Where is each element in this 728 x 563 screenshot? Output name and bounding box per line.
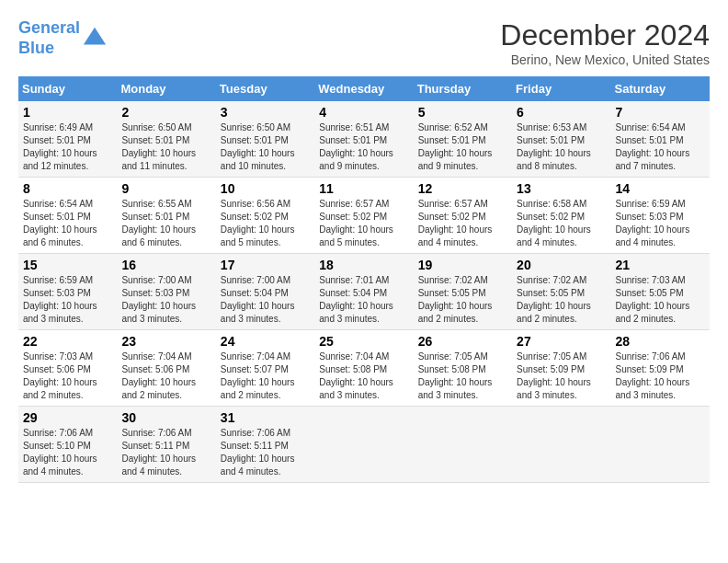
calendar-cell: 12Sunrise: 6:57 AM Sunset: 5:02 PM Dayli…	[414, 178, 512, 254]
day-info: Sunrise: 7:00 AM Sunset: 5:03 PM Dayligh…	[121, 274, 210, 326]
day-number: 12	[418, 181, 507, 196]
day-info: Sunrise: 7:06 AM Sunset: 5:09 PM Dayligh…	[616, 350, 705, 402]
calendar-cell: 21Sunrise: 7:03 AM Sunset: 5:05 PM Dayli…	[611, 254, 710, 330]
calendar-cell: 30Sunrise: 7:06 AM Sunset: 5:11 PM Dayli…	[117, 407, 215, 483]
day-number: 16	[121, 258, 210, 272]
title-block: December 2024 Berino, New Mexico, United…	[500, 18, 710, 67]
day-number: 3	[221, 105, 310, 120]
calendar-cell: 1Sunrise: 6:49 AM Sunset: 5:01 PM Daylig…	[18, 101, 117, 178]
day-info: Sunrise: 6:53 AM Sunset: 5:01 PM Dayligh…	[517, 121, 606, 173]
day-number: 9	[121, 181, 210, 196]
day-number: 31	[221, 410, 310, 425]
calendar-cell: 26Sunrise: 7:05 AM Sunset: 5:08 PM Dayli…	[414, 330, 512, 407]
day-info: Sunrise: 7:03 AM Sunset: 5:06 PM Dayligh…	[23, 350, 112, 402]
calendar-week-row: 8Sunrise: 6:54 AM Sunset: 5:01 PM Daylig…	[18, 178, 710, 254]
day-number: 29	[23, 410, 112, 425]
calendar-cell: 31Sunrise: 7:06 AM Sunset: 5:11 PM Dayli…	[216, 407, 314, 483]
day-info: Sunrise: 6:50 AM Sunset: 5:01 PM Dayligh…	[121, 121, 210, 173]
weekday-header: Thursday	[414, 76, 512, 101]
day-number: 7	[616, 105, 705, 120]
logo: General Blue	[18, 18, 108, 58]
calendar-cell: 17Sunrise: 7:00 AM Sunset: 5:04 PM Dayli…	[216, 254, 314, 330]
calendar-week-row: 22Sunrise: 7:03 AM Sunset: 5:06 PM Dayli…	[18, 330, 710, 407]
calendar-table: SundayMondayTuesdayWednesdayThursdayFrid…	[18, 76, 710, 483]
day-info: Sunrise: 6:51 AM Sunset: 5:01 PM Dayligh…	[319, 121, 408, 173]
day-number: 13	[517, 181, 606, 196]
location-subtitle: Berino, New Mexico, United States	[500, 52, 710, 67]
day-info: Sunrise: 6:54 AM Sunset: 5:01 PM Dayligh…	[23, 198, 112, 249]
day-number: 17	[221, 258, 310, 272]
calendar-cell	[512, 407, 610, 483]
page-header: General Blue December 2024 Berino, New M…	[18, 18, 710, 67]
calendar-cell: 23Sunrise: 7:04 AM Sunset: 5:06 PM Dayli…	[117, 330, 215, 407]
calendar-cell: 20Sunrise: 7:02 AM Sunset: 5:05 PM Dayli…	[512, 254, 610, 330]
day-info: Sunrise: 6:58 AM Sunset: 5:02 PM Dayligh…	[517, 198, 606, 249]
day-number: 15	[23, 258, 112, 272]
day-info: Sunrise: 6:49 AM Sunset: 5:01 PM Dayligh…	[23, 121, 112, 173]
day-info: Sunrise: 6:57 AM Sunset: 5:02 PM Dayligh…	[418, 198, 507, 249]
calendar-cell: 29Sunrise: 7:06 AM Sunset: 5:10 PM Dayli…	[18, 407, 117, 483]
day-info: Sunrise: 7:06 AM Sunset: 5:11 PM Dayligh…	[221, 427, 310, 478]
calendar-week-row: 15Sunrise: 6:59 AM Sunset: 5:03 PM Dayli…	[18, 254, 710, 330]
calendar-cell: 9Sunrise: 6:55 AM Sunset: 5:01 PM Daylig…	[117, 178, 215, 254]
calendar-cell: 24Sunrise: 7:04 AM Sunset: 5:07 PM Dayli…	[216, 330, 314, 407]
weekday-header: Sunday	[18, 76, 117, 101]
day-number: 21	[616, 258, 705, 272]
day-number: 20	[517, 258, 606, 272]
day-info: Sunrise: 7:03 AM Sunset: 5:05 PM Dayligh…	[616, 274, 705, 326]
day-number: 22	[23, 334, 112, 349]
day-number: 11	[319, 181, 408, 196]
day-number: 10	[221, 181, 310, 196]
calendar-cell: 5Sunrise: 6:52 AM Sunset: 5:01 PM Daylig…	[414, 101, 512, 178]
calendar-cell	[314, 407, 413, 483]
calendar-cell: 6Sunrise: 6:53 AM Sunset: 5:01 PM Daylig…	[512, 101, 610, 178]
calendar-cell: 16Sunrise: 7:00 AM Sunset: 5:03 PM Dayli…	[117, 254, 215, 330]
weekday-header: Monday	[117, 76, 215, 101]
day-info: Sunrise: 6:54 AM Sunset: 5:01 PM Dayligh…	[616, 121, 705, 173]
calendar-cell: 18Sunrise: 7:01 AM Sunset: 5:04 PM Dayli…	[314, 254, 413, 330]
calendar-week-row: 1Sunrise: 6:49 AM Sunset: 5:01 PM Daylig…	[18, 101, 710, 178]
logo-icon	[82, 26, 108, 52]
day-info: Sunrise: 6:50 AM Sunset: 5:01 PM Dayligh…	[221, 121, 310, 173]
day-info: Sunrise: 7:04 AM Sunset: 5:07 PM Dayligh…	[221, 350, 310, 402]
day-number: 27	[517, 334, 606, 349]
day-number: 6	[517, 105, 606, 120]
calendar-cell: 15Sunrise: 6:59 AM Sunset: 5:03 PM Dayli…	[18, 254, 117, 330]
calendar-week-row: 29Sunrise: 7:06 AM Sunset: 5:10 PM Dayli…	[18, 407, 710, 483]
day-number: 4	[319, 105, 408, 120]
day-info: Sunrise: 6:56 AM Sunset: 5:02 PM Dayligh…	[221, 198, 310, 249]
day-number: 26	[418, 334, 507, 349]
day-info: Sunrise: 7:04 AM Sunset: 5:06 PM Dayligh…	[121, 350, 210, 402]
weekday-header-row: SundayMondayTuesdayWednesdayThursdayFrid…	[18, 76, 710, 101]
month-title: December 2024	[500, 18, 710, 52]
day-number: 19	[418, 258, 507, 272]
calendar-cell: 2Sunrise: 6:50 AM Sunset: 5:01 PM Daylig…	[117, 101, 215, 178]
calendar-cell	[414, 407, 512, 483]
day-number: 2	[121, 105, 210, 120]
day-info: Sunrise: 7:02 AM Sunset: 5:05 PM Dayligh…	[418, 274, 507, 326]
day-info: Sunrise: 7:05 AM Sunset: 5:09 PM Dayligh…	[517, 350, 606, 402]
calendar-cell: 14Sunrise: 6:59 AM Sunset: 5:03 PM Dayli…	[611, 178, 710, 254]
day-number: 18	[319, 258, 408, 272]
calendar-cell	[611, 407, 710, 483]
calendar-cell: 3Sunrise: 6:50 AM Sunset: 5:01 PM Daylig…	[216, 101, 314, 178]
weekday-header: Tuesday	[216, 76, 314, 101]
weekday-header: Friday	[512, 76, 610, 101]
day-info: Sunrise: 6:59 AM Sunset: 5:03 PM Dayligh…	[616, 198, 705, 249]
calendar-cell: 11Sunrise: 6:57 AM Sunset: 5:02 PM Dayli…	[314, 178, 413, 254]
day-number: 28	[616, 334, 705, 349]
calendar-cell: 19Sunrise: 7:02 AM Sunset: 5:05 PM Dayli…	[414, 254, 512, 330]
day-info: Sunrise: 7:06 AM Sunset: 5:11 PM Dayligh…	[121, 427, 210, 478]
day-number: 14	[616, 181, 705, 196]
day-number: 30	[121, 410, 210, 425]
day-info: Sunrise: 7:06 AM Sunset: 5:10 PM Dayligh…	[23, 427, 112, 478]
weekday-header: Wednesday	[314, 76, 413, 101]
day-info: Sunrise: 7:02 AM Sunset: 5:05 PM Dayligh…	[517, 274, 606, 326]
calendar-cell: 7Sunrise: 6:54 AM Sunset: 5:01 PM Daylig…	[611, 101, 710, 178]
day-info: Sunrise: 6:59 AM Sunset: 5:03 PM Dayligh…	[23, 274, 112, 326]
day-info: Sunrise: 7:05 AM Sunset: 5:08 PM Dayligh…	[418, 350, 507, 402]
day-number: 1	[23, 105, 112, 120]
day-info: Sunrise: 6:52 AM Sunset: 5:01 PM Dayligh…	[418, 121, 507, 173]
calendar-cell: 10Sunrise: 6:56 AM Sunset: 5:02 PM Dayli…	[216, 178, 314, 254]
day-info: Sunrise: 6:57 AM Sunset: 5:02 PM Dayligh…	[319, 198, 408, 249]
